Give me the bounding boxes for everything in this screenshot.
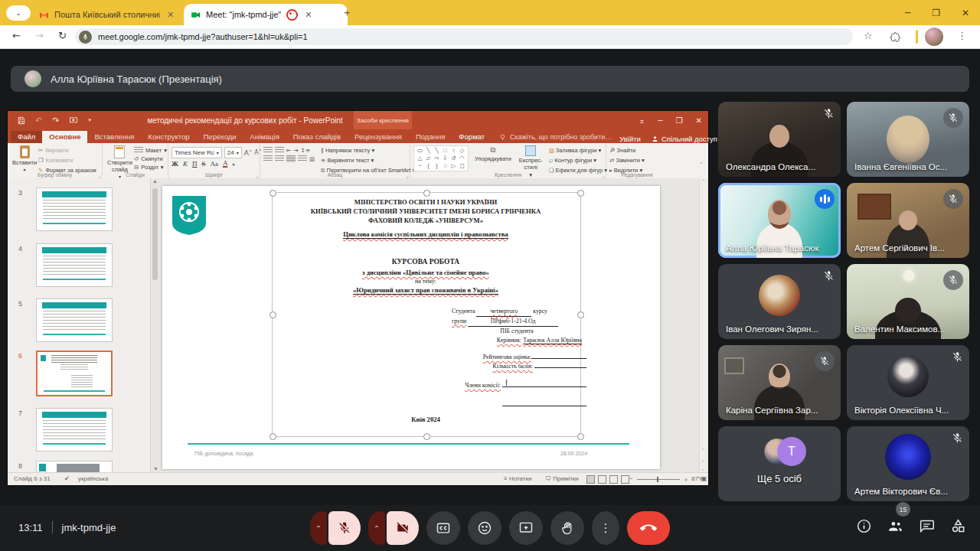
tab-close-icon[interactable]: ✕ bbox=[305, 10, 312, 20]
slide-thumbnail-4[interactable] bbox=[36, 243, 113, 287]
spellcheck-icon[interactable]: ✔ bbox=[64, 475, 70, 482]
strikethrough-button[interactable]: S bbox=[201, 160, 205, 168]
people-button[interactable] bbox=[887, 518, 903, 534]
participant-tile[interactable]: Іванна Євгеніївна Ос... bbox=[847, 102, 969, 177]
tab-insert[interactable]: Вставлення bbox=[87, 131, 141, 143]
align-center-icon[interactable] bbox=[275, 155, 284, 162]
zoom-out-icon[interactable]: − bbox=[629, 475, 633, 482]
tab-animations[interactable]: Анімація bbox=[243, 131, 286, 143]
tab-close-icon[interactable]: ✕ bbox=[167, 10, 174, 20]
mic-options-chevron-icon[interactable]: ⌃ bbox=[310, 511, 327, 545]
paste-button[interactable]: Вставити▾ bbox=[12, 145, 37, 175]
collapse-ribbon-icon[interactable]: ⌃ bbox=[699, 161, 704, 168]
mic-muted-button[interactable] bbox=[328, 511, 361, 545]
slide-thumbnail-8[interactable] bbox=[36, 461, 113, 473]
participant-tile[interactable]: Артем Сергійович Ів... bbox=[847, 183, 969, 258]
underline-button[interactable]: П bbox=[192, 160, 198, 168]
more-options-button[interactable]: ⋮ bbox=[592, 511, 619, 545]
browser-tab-gmail[interactable]: Пошта Київський столичний у ✕ bbox=[32, 4, 196, 25]
ribbon-display-icon[interactable]: ⌅ bbox=[639, 116, 645, 125]
selection-handle[interactable] bbox=[270, 433, 276, 440]
tab-design[interactable]: Конструктор bbox=[141, 131, 196, 143]
back-icon[interactable]: ← bbox=[12, 30, 21, 41]
justify-icon[interactable] bbox=[298, 155, 307, 162]
text-case-button[interactable]: Aa bbox=[210, 160, 218, 168]
tab-file[interactable]: Файл bbox=[11, 131, 42, 143]
slide-thumbnail-3[interactable] bbox=[36, 187, 113, 231]
participant-tile[interactable]: Іван Олегович Зирян... bbox=[718, 264, 841, 339]
share-button[interactable]: Спільний доступ bbox=[652, 135, 717, 143]
tab-view[interactable]: Подання bbox=[409, 131, 452, 143]
selection-handle[interactable] bbox=[423, 433, 430, 440]
zoom-in-icon[interactable]: ＋ bbox=[683, 475, 689, 484]
ppt-minimize-icon[interactable]: ─ bbox=[658, 116, 663, 125]
camera-control[interactable]: ⌃ bbox=[368, 511, 419, 545]
line-spacing-icon[interactable]: ↕≡ bbox=[301, 147, 311, 154]
zoom-slider[interactable] bbox=[637, 479, 680, 480]
tab-search-button[interactable]: ⌄ bbox=[6, 5, 31, 21]
browser-tab-meet[interactable]: Meet: "jmk-tpmd-jje" ✕ bbox=[184, 4, 348, 25]
selection-handle[interactable] bbox=[577, 190, 584, 197]
tab-review[interactable]: Рецензування bbox=[348, 131, 409, 143]
reload-icon[interactable]: ↻ bbox=[58, 30, 67, 41]
start-slideshow-icon[interactable] bbox=[69, 116, 78, 125]
indent-decrease-icon[interactable]: ⇤ bbox=[286, 147, 291, 154]
qat-customize-icon[interactable]: ▾ bbox=[88, 117, 91, 123]
notes-toggle[interactable]: ≡ Нотатки bbox=[504, 475, 531, 482]
replace-button[interactable]: ⇄ Замінити ▾ bbox=[609, 155, 665, 165]
camera-off-button[interactable] bbox=[387, 511, 419, 545]
dialog-launcher-icon[interactable]: ⌟ bbox=[256, 173, 258, 178]
align-right-icon[interactable] bbox=[286, 155, 296, 162]
new-tab-button[interactable]: ＋ bbox=[341, 6, 352, 20]
signin-button[interactable]: Увійти bbox=[619, 135, 641, 143]
font-name-select[interactable]: Times New Rc▾ bbox=[172, 147, 222, 158]
slide-thumbnail-6-selected[interactable] bbox=[36, 350, 113, 396]
selection-handle[interactable] bbox=[270, 190, 276, 197]
meeting-info-button[interactable] bbox=[856, 518, 872, 534]
comments-toggle[interactable]: 🗨︎ Примітки bbox=[545, 475, 579, 482]
shapes-gallery[interactable]: ▭╲╲□○◇ △▱⇨⇩↺◠ ~{}☆▷◻ bbox=[413, 145, 469, 171]
more-participants-tile[interactable]: T Ще 5 осіб bbox=[718, 426, 841, 501]
chat-button[interactable] bbox=[919, 518, 935, 534]
fit-to-window-icon[interactable]: ▣ bbox=[701, 475, 707, 482]
arrange-button[interactable]: ⧉Упорядкувати bbox=[475, 145, 511, 162]
align-left-icon[interactable] bbox=[263, 155, 273, 162]
participant-tile-speaking[interactable]: Алла Юріївна Тарасюк bbox=[718, 183, 841, 258]
activities-button[interactable] bbox=[950, 518, 966, 534]
window-close-icon[interactable]: ✕ bbox=[962, 8, 969, 18]
tell-me-box[interactable]: Скажіть, що потрібно зробити… bbox=[492, 132, 619, 143]
profile-avatar[interactable] bbox=[925, 28, 943, 46]
window-minimize-icon[interactable]: ─ bbox=[905, 8, 910, 18]
undo-icon[interactable]: ↶ bbox=[35, 116, 42, 126]
grow-font-icon[interactable]: А˄ bbox=[244, 149, 253, 157]
tab-slideshow[interactable]: Показ слайдів bbox=[286, 131, 348, 143]
save-icon[interactable] bbox=[17, 116, 25, 125]
participant-tile[interactable]: Артем Вікторович Єв... bbox=[847, 426, 969, 501]
bookmark-star-icon[interactable]: ☆ bbox=[864, 30, 873, 41]
end-call-button[interactable] bbox=[627, 511, 670, 545]
dialog-launcher-icon[interactable]: ⌟ bbox=[602, 173, 604, 178]
shape-fill-button[interactable]: ▨ Заливка фігури ▾ bbox=[549, 145, 607, 155]
columns-icon[interactable]: ▥ bbox=[309, 155, 315, 162]
find-button[interactable]: 🔎︎ Знайти bbox=[609, 145, 665, 155]
indent-increase-icon[interactable]: ⇥ bbox=[293, 147, 298, 154]
font-size-select[interactable]: 24▾ bbox=[224, 147, 242, 158]
tab-home[interactable]: Основне bbox=[42, 131, 87, 143]
language-indicator[interactable]: українська bbox=[78, 475, 108, 482]
window-restore-icon[interactable]: ❐ bbox=[932, 8, 940, 18]
section-button[interactable]: ⊟Розділ ▾ bbox=[134, 164, 167, 171]
font-color-button[interactable]: А bbox=[223, 160, 228, 168]
slide-thumbnail-5[interactable] bbox=[36, 298, 113, 342]
slide-thumbnail-7[interactable] bbox=[36, 408, 113, 452]
bold-button[interactable]: Ж bbox=[172, 160, 178, 168]
address-bar[interactable]: meet.google.com/jmk-tpmd-jje?authuser=1&… bbox=[75, 28, 853, 45]
participant-tile[interactable]: Олександра Олекса... bbox=[718, 102, 841, 177]
thumbnail-scrollbar[interactable]: ▲▼ bbox=[150, 178, 159, 473]
extensions-puzzle-icon[interactable] bbox=[890, 31, 901, 43]
participant-tile[interactable]: Вікторія Олексіївна Ч... bbox=[847, 345, 969, 420]
participant-tile[interactable]: Каріна Сергіївна Зар... bbox=[718, 345, 841, 420]
tab-format[interactable]: Формат bbox=[452, 131, 492, 143]
ppt-restore-icon[interactable]: ❐ bbox=[676, 116, 683, 125]
layout-button[interactable]: Макет ▾ bbox=[134, 147, 167, 154]
cut-button[interactable]: ✂Вирізати bbox=[38, 147, 96, 154]
